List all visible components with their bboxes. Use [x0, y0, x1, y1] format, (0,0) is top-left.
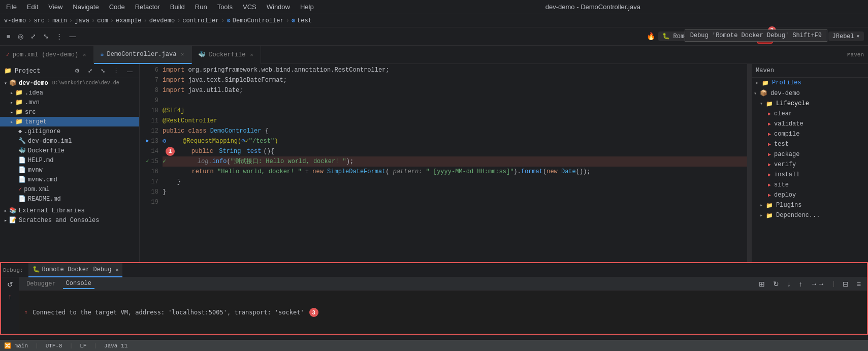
debug-session-tab[interactable]: 🐛 Romote Docker Debug ✕	[28, 263, 123, 277]
tab-democontroller[interactable]: ☕ DemoController.java ✕	[94, 46, 192, 64]
sidebar-item-mvn[interactable]: ▸ 📁 .mvn	[0, 98, 139, 107]
tab-pom-close[interactable]: ✕	[81, 51, 87, 58]
debug-restart-btn[interactable]: ↺	[6, 279, 14, 290]
toolbar-btn-minimize[interactable]: —	[67, 31, 79, 42]
status-git: 🔀 main	[4, 342, 28, 349]
breadcrumb-part[interactable]: DemoController	[233, 17, 284, 24]
sidebar-item-helpmd[interactable]: 📄 HELP.md	[0, 155, 139, 165]
console-btn-wrap[interactable]: ⊞	[757, 279, 767, 289]
tab-dockerfile[interactable]: 🐳 Dockerfile ✕	[192, 46, 261, 64]
maven-compile[interactable]: ▶ compile	[752, 129, 868, 139]
breadcrumb-part[interactable]: src	[34, 17, 45, 24]
jrebel-button[interactable]: JRebel ▾	[828, 31, 864, 41]
maven-validate[interactable]: ▶ validate	[752, 119, 868, 129]
toolbar-btn-project[interactable]: ≡	[4, 31, 13, 42]
maven-plugins[interactable]: ▸ 📁 Plugins	[752, 200, 868, 210]
project-sidebar: 📁 Project ⚙ ⤢ ⤡ ⋮ — ▾ 📦 dev-demo D:\work…	[0, 64, 140, 262]
toolbar-btn-expand[interactable]: ⤢	[28, 31, 39, 42]
editor-scrollbar[interactable]	[747, 64, 751, 262]
maven-clean[interactable]: ▶ clear	[752, 109, 868, 119]
maven-dependencies[interactable]: ▸ 📁 Dependenc...	[752, 210, 868, 220]
menu-edit[interactable]: Edit	[25, 2, 40, 12]
maven-plugins-label: Plugins	[776, 202, 801, 209]
maven-profiles-label: Profiles	[772, 79, 801, 86]
sidebar-devdemo-label: dev-demo	[19, 80, 48, 87]
console-btn-up[interactable]: ↑	[797, 279, 805, 289]
toolbar-left: ≡ ◎ ⤢ ⤡ ⋮ —	[4, 31, 79, 42]
breadcrumb-part[interactable]: example	[116, 17, 141, 24]
menu-run[interactable]: Run	[193, 2, 209, 12]
sidebar-close-btn[interactable]: —	[124, 67, 135, 76]
maven-test[interactable]: ▶ test	[752, 139, 868, 149]
console-output-area[interactable]: ↑ Connected to the target VM, address: '…	[19, 291, 867, 334]
toolbar-btn-target[interactable]: ◎	[15, 31, 26, 42]
console-btn-fastfwd[interactable]: →→	[809, 279, 827, 289]
tab-dockerfile-close[interactable]: ✕	[248, 51, 254, 58]
debug-arrow-up-btn[interactable]: ↑	[7, 292, 13, 302]
breadcrumb-part[interactable]: java	[75, 17, 89, 24]
sidebar-item-deviml[interactable]: 🔧 dev-demo.iml	[0, 136, 139, 146]
menu-view[interactable]: View	[46, 2, 65, 12]
sidebar-item-dockerfile[interactable]: 🐳 Dockerfile	[0, 146, 139, 155]
maven-package[interactable]: ▶ package	[752, 149, 868, 159]
sidebar-item-target[interactable]: ▸ 📁 target	[0, 117, 139, 126]
tab-pom[interactable]: ✓ pom.xml (dev-demo) ✕	[0, 46, 94, 64]
menu-tools[interactable]: Tools	[215, 2, 235, 12]
maven-profiles[interactable]: ▸ 📁 Profiles	[752, 78, 868, 88]
toolbar-btn-more[interactable]: ⋮	[53, 31, 65, 42]
console-btn-down2[interactable]: ↓	[785, 279, 793, 289]
content-area: 📁 Project ⚙ ⤢ ⤡ ⋮ — ▾ 📦 dev-demo D:\work…	[0, 64, 868, 262]
maven-devdemo[interactable]: ▾ 📦 dev-demo	[752, 88, 868, 99]
sidebar-target-label: target	[25, 118, 47, 125]
breadcrumb-part[interactable]: com	[97, 17, 108, 24]
toolbar-btn-collapse[interactable]: ⤡	[41, 31, 51, 42]
sidebar-item-gitignore[interactable]: ◆ .gitignore	[0, 126, 139, 136]
menu-navigate[interactable]: Navigate	[71, 2, 101, 12]
maven-install[interactable]: ▶ install	[752, 170, 868, 180]
sidebar-header: 📁 Project ⚙ ⤢ ⤡ ⋮ —	[0, 64, 139, 78]
breadcrumb-part[interactable]: controller	[182, 17, 219, 24]
sidebar-item-external-libs[interactable]: ▸ 📚 External Libraries	[0, 206, 139, 215]
maven-verify[interactable]: ▶ verify	[752, 159, 868, 170]
sidebar-item-idea[interactable]: ▸ 📁 .idea	[0, 88, 139, 98]
breadcrumb-part[interactable]: devdemo	[149, 17, 175, 24]
tab-console[interactable]: Console	[63, 279, 94, 289]
sidebar-settings-btn[interactable]: ⚙	[72, 66, 82, 76]
console-btn-list[interactable]: ⊟	[841, 279, 851, 289]
sidebar-item-mvnwcmd[interactable]: 📄 mvnw.cmd	[0, 175, 139, 184]
code-content[interactable]: import org.springframework.web.bind.anno…	[163, 64, 751, 262]
sidebar-item-devdemo[interactable]: ▾ 📦 dev-demo D:\workDir\code\dev-de	[0, 78, 139, 88]
sidebar-item-readmemd[interactable]: 📄 README.md	[0, 194, 139, 204]
menu-refactor[interactable]: Refactor	[133, 2, 162, 12]
sidebar-devdemo-path: D:\workDir\code\dev-de	[52, 80, 119, 86]
console-btn-format[interactable]: ≡	[855, 279, 863, 289]
sidebar-item-scratches[interactable]: ▸ 📝 Scratches and Consoles	[0, 215, 139, 225]
menu-bar: File Edit View Navigate Code Refactor Bu…	[0, 0, 868, 14]
code-line-9	[163, 95, 751, 106]
menu-code[interactable]: Code	[107, 2, 127, 12]
sidebar-expand-btn[interactable]: ⤢	[85, 66, 95, 76]
tab-debugger[interactable]: Debugger	[23, 279, 59, 289]
maven-site[interactable]: ▶ site	[752, 180, 868, 190]
menu-file[interactable]: File	[4, 2, 19, 12]
console-btn-down[interactable]: ↻	[771, 279, 781, 289]
breadcrumb-part[interactable]: main	[52, 17, 67, 24]
maven-lifecycle[interactable]: ▾ 📁 Lifecycle	[752, 99, 868, 109]
sidebar-item-src[interactable]: ▸ 📁 src	[0, 107, 139, 117]
tab-democontroller-close[interactable]: ✕	[179, 51, 185, 58]
menu-help[interactable]: Help	[298, 2, 316, 12]
menu-window[interactable]: Window	[265, 2, 292, 12]
debug-session-icon: 🐛	[33, 266, 40, 273]
debug-session-close[interactable]: ✕	[115, 267, 118, 273]
sidebar-extlibs-label: External Libraries	[19, 207, 85, 214]
maven-label[interactable]: Maven	[843, 52, 868, 58]
breadcrumb-part[interactable]: test	[297, 17, 312, 24]
breadcrumb-part[interactable]: v-demo	[4, 17, 26, 24]
sidebar-item-pomxml[interactable]: ✓ pom.xml	[0, 184, 139, 194]
menu-build[interactable]: Build	[168, 2, 187, 12]
sidebar-more-btn[interactable]: ⋮	[111, 66, 121, 76]
maven-deploy[interactable]: ▶ deploy	[752, 190, 868, 200]
menu-vcs[interactable]: VCS	[241, 2, 259, 12]
sidebar-item-mvnw[interactable]: 📄 mvnw	[0, 165, 139, 175]
sidebar-collapse-btn[interactable]: ⤡	[98, 66, 108, 76]
